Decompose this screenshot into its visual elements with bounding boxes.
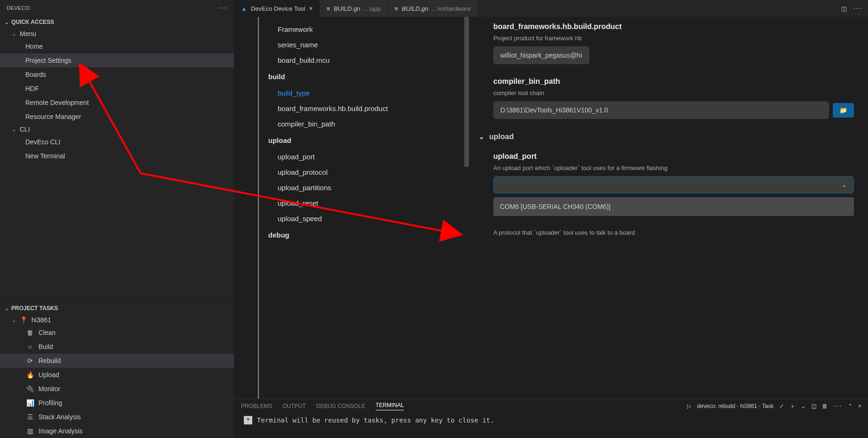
tab-debug-console[interactable]: DEBUG CONSOLE bbox=[316, 403, 365, 409]
circle-icon: ○ bbox=[26, 341, 34, 352]
dropdown-option-com6[interactable]: COM6 [USB-SERIAL CH340 (COM6)] bbox=[493, 197, 854, 216]
chevron-down-icon: ⌄ bbox=[5, 306, 8, 311]
menu-remote-dev[interactable]: Remote Development bbox=[0, 96, 234, 110]
tab-build-app[interactable]: ≡ BUILD.gn ...\app bbox=[320, 0, 388, 17]
main-area: ▲ DevEco Device Tool × ≡ BUILD.gn ...\ap… bbox=[234, 0, 868, 438]
chevron-down-icon: ⌄ bbox=[12, 127, 16, 132]
nav-upload-port[interactable]: upload_port bbox=[259, 149, 464, 164]
board-group[interactable]: ⌄ 📍 hi3861 bbox=[0, 314, 234, 326]
task-stack[interactable]: ☰Stack Analysis bbox=[0, 410, 234, 424]
nav-framework[interactable]: Framework bbox=[259, 22, 464, 37]
menu-home[interactable]: Home bbox=[0, 39, 234, 53]
cli-group[interactable]: ⌄ CLI bbox=[0, 124, 234, 135]
setting-compiler: compiler_bin_path complier tool chain 📁 bbox=[493, 77, 854, 119]
chevron-down-icon: ⌄ bbox=[842, 181, 847, 188]
nav-series-name[interactable]: series_name bbox=[259, 37, 464, 52]
chevron-down-icon[interactable]: ⌄ bbox=[801, 403, 806, 409]
nav-debug-group[interactable]: debug bbox=[259, 226, 464, 244]
nav-scrollbar[interactable] bbox=[464, 17, 470, 399]
task-upload[interactable]: 🔥Upload bbox=[0, 368, 234, 382]
layers-icon: ☰ bbox=[26, 412, 34, 422]
setting-desc: complier tool chain bbox=[493, 89, 854, 97]
task-monitor[interactable]: 🔌Monitor bbox=[0, 382, 234, 396]
split-editor-icon[interactable]: ◫ bbox=[841, 5, 847, 12]
upload-port-dropdown[interactable]: ⌄ bbox=[493, 176, 854, 193]
more-icon[interactable]: ··· bbox=[219, 4, 227, 12]
terminal-body[interactable]: * Terminal will be reused by tasks, pres… bbox=[234, 413, 868, 427]
setting-title: compiler_bin_path bbox=[493, 77, 854, 86]
cli-deveco[interactable]: DevEco CLI bbox=[0, 135, 234, 149]
nav-upload-speed[interactable]: upload_speed bbox=[259, 211, 464, 226]
chart-icon: 📊 bbox=[26, 398, 34, 408]
chevron-down-icon: ⌄ bbox=[478, 132, 484, 141]
setting-desc: A protocol that `uploader` tool uses to … bbox=[493, 229, 854, 236]
setting-desc: Project product for framework hb bbox=[493, 35, 854, 42]
split-terminal-icon[interactable]: ◫ bbox=[811, 403, 816, 409]
settings-nav: Framework series_name board_build.mcu bu… bbox=[258, 17, 464, 399]
setting-frameworks: board_frameworks.hb.build.product Projec… bbox=[493, 22, 854, 64]
menu-project-settings[interactable]: Project Settings bbox=[0, 53, 234, 67]
file-icon: ≡ bbox=[326, 5, 330, 12]
nav-board-frameworks[interactable]: board_frameworks.hb.build.product bbox=[259, 101, 464, 116]
setting-title: board_frameworks.hb.build.product bbox=[493, 22, 854, 31]
tab-actions: ◫ ··· bbox=[836, 0, 868, 17]
task-build[interactable]: ○Build bbox=[0, 340, 234, 354]
tab-deveco-tool[interactable]: ▲ DevEco Device Tool × bbox=[234, 0, 320, 17]
check-icon[interactable]: ✓ bbox=[779, 403, 784, 409]
prompt-indicator: * bbox=[244, 416, 252, 424]
cli-new-terminal[interactable]: New Terminal bbox=[0, 149, 234, 163]
frameworks-input[interactable] bbox=[493, 46, 589, 64]
settings-panel: board_frameworks.hb.build.product Projec… bbox=[470, 17, 868, 399]
editor-tabs: ▲ DevEco Device Tool × ≡ BUILD.gn ...\ap… bbox=[234, 0, 868, 17]
menu-resource-mgr[interactable]: Resource Manager bbox=[0, 110, 234, 124]
flame-icon: 🔥 bbox=[26, 370, 34, 380]
tab-output[interactable]: OUTPUT bbox=[283, 403, 306, 409]
nav-board-build-mcu[interactable]: board_build.mcu bbox=[259, 52, 464, 68]
tab-problems[interactable]: PROBLEMS bbox=[241, 403, 272, 409]
nav-build-type[interactable]: build_type bbox=[259, 85, 464, 101]
task-rebuild[interactable]: ⟳Rebuild bbox=[0, 354, 234, 368]
plug-icon: 🔌 bbox=[26, 384, 34, 394]
trash-icon: 🗑 bbox=[26, 327, 34, 338]
nav-build-group[interactable]: build bbox=[259, 68, 464, 85]
terminal-shell-icon: ▷ bbox=[687, 403, 691, 409]
setting-title: upload_port bbox=[493, 152, 854, 161]
tab-terminal[interactable]: TERMINAL bbox=[376, 402, 404, 410]
task-image[interactable]: ▥Image Analysis bbox=[0, 424, 234, 438]
upload-section[interactable]: ⌄ upload bbox=[478, 132, 854, 141]
nav-upload-partitions[interactable]: upload_partitions bbox=[259, 180, 464, 195]
more-icon[interactable]: ··· bbox=[853, 4, 862, 13]
terminal-panel: PROBLEMS OUTPUT DEBUG CONSOLE TERMINAL ▷… bbox=[234, 399, 868, 438]
nav-compiler-bin-path[interactable]: compiler_bin_path bbox=[259, 116, 464, 132]
nav-upload-protocol[interactable]: upload_protocol bbox=[259, 164, 464, 180]
tab-build-iothardware[interactable]: ≡ BUILD.gn ...\iothardware bbox=[388, 0, 477, 17]
terminal-tabs: PROBLEMS OUTPUT DEBUG CONSOLE TERMINAL ▷… bbox=[234, 399, 868, 413]
menu-group[interactable]: ⌄ Menu bbox=[0, 28, 234, 39]
chevron-down-icon: ⌄ bbox=[12, 31, 16, 37]
maximize-icon[interactable]: ⌃ bbox=[848, 403, 853, 409]
folder-icon: 📁 bbox=[839, 107, 847, 114]
task-clean[interactable]: 🗑Clean bbox=[0, 326, 234, 340]
menu-hdf[interactable]: HDF bbox=[0, 82, 234, 96]
chevron-down-icon: ⌄ bbox=[5, 20, 8, 25]
project-tasks-header[interactable]: ⌄ PROJECT TASKS bbox=[0, 302, 234, 314]
task-profiling[interactable]: 📊Profiling bbox=[0, 396, 234, 410]
browse-folder-button[interactable]: 📁 bbox=[833, 103, 854, 118]
close-icon[interactable]: × bbox=[309, 5, 313, 12]
chevron-down-icon: ⌄ bbox=[12, 318, 16, 323]
trash-icon[interactable]: 🗑 bbox=[822, 403, 828, 409]
deveco-logo-icon: ▲ bbox=[241, 5, 247, 12]
refresh-icon: ⟳ bbox=[26, 356, 34, 366]
nav-upload-group[interactable]: upload bbox=[259, 132, 464, 149]
sidebar-header: DEVECO ··· bbox=[0, 0, 234, 16]
nav-upload-reset[interactable]: upload_reset bbox=[259, 195, 464, 211]
close-panel-icon[interactable]: × bbox=[858, 403, 861, 409]
menu-boards[interactable]: Boards bbox=[0, 67, 234, 82]
quick-access-header[interactable]: ⌄ QUICK ACCESS bbox=[0, 16, 234, 28]
more-icon[interactable]: ··· bbox=[833, 402, 842, 410]
terminal-status: deveco: rebuild - hi3861 - Task bbox=[697, 403, 773, 409]
add-terminal-icon[interactable]: ＋ bbox=[790, 402, 795, 410]
file-icon: ≡ bbox=[394, 5, 398, 12]
scrollbar-thumb[interactable] bbox=[464, 17, 469, 167]
compiler-input[interactable] bbox=[493, 101, 829, 119]
